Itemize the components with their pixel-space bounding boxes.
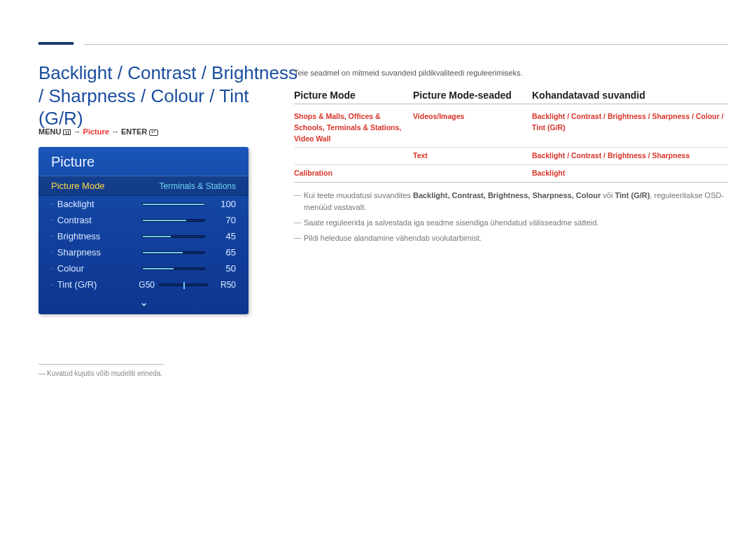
- osd-item-label: Contrast: [57, 215, 127, 225]
- footnote: ―Kuvatud kujutis võib mudeliti erineda.: [38, 370, 162, 377]
- osd-slider-row[interactable]: ·Contrast70: [38, 212, 248, 228]
- osd-tint-slider[interactable]: [159, 283, 208, 286]
- table-divider: [294, 104, 728, 104]
- osd-item-label: Brightness: [57, 231, 127, 241]
- osd-panel: Picture Picture Mode Terminals & Station…: [38, 147, 248, 314]
- osd-picture-mode-label: Picture Mode: [51, 181, 121, 191]
- menu-label: MENU: [38, 127, 61, 136]
- intro-text: Teie seadmel on mitmeid suvandeid pildik…: [294, 69, 728, 77]
- osd-item-value: 65: [212, 247, 236, 258]
- osd-item-label: Sharpness: [57, 247, 127, 258]
- osd-item-value: 100: [212, 199, 236, 209]
- footnote-divider: [38, 364, 164, 365]
- osd-item-value: 70: [212, 215, 236, 225]
- header-accent: [38, 42, 74, 45]
- menu-icon: [63, 129, 71, 135]
- osd-slider-row[interactable]: ·Backlight100: [38, 196, 248, 212]
- header-divider: [84, 44, 728, 45]
- osd-slider[interactable]: [142, 235, 205, 238]
- note-item: Pildi heleduse alandamine vähendab voolu…: [294, 232, 728, 245]
- osd-slider-row[interactable]: ·Colour50: [38, 260, 248, 276]
- table-row: Text Backlight / Contrast / Brightness /…: [294, 148, 728, 164]
- table-header-2: Picture Mode-seaded: [413, 90, 532, 101]
- osd-item-label: Colour: [57, 263, 127, 274]
- osd-tint-r: R50: [212, 280, 236, 290]
- table-header-1: Picture Mode: [294, 90, 413, 101]
- osd-tint-row[interactable]: · Tint (G/R) G50 R50: [38, 276, 248, 293]
- osd-item-value: 50: [212, 263, 236, 274]
- enter-label: ENTER: [121, 127, 147, 136]
- note-item: Kui teete muudatusi suvandites Backlight…: [294, 190, 728, 214]
- osd-item-label: Backlight: [57, 199, 127, 209]
- osd-picture-mode-row[interactable]: Picture Mode Terminals & Stations: [38, 176, 248, 196]
- note-item: Saate reguleerida ja salvestada iga sead…: [294, 217, 728, 230]
- osd-slider[interactable]: [142, 267, 205, 270]
- table-row: Calibration Backlight: [294, 165, 728, 182]
- chevron-down-icon[interactable]: ⌄: [38, 293, 248, 309]
- table-row: Shops & Malls, Offices & Schools, Termin…: [294, 108, 728, 147]
- osd-slider-row[interactable]: ·Sharpness65: [38, 244, 248, 260]
- osd-picture-mode-value: Terminals & Stations: [160, 181, 236, 191]
- osd-slider[interactable]: [142, 251, 205, 254]
- notes-block: Kui teete muudatusi suvandites Backlight…: [294, 190, 728, 244]
- osd-slider[interactable]: [142, 203, 205, 206]
- page-title: Backlight / Contrast / Brightness / Shar…: [38, 62, 298, 130]
- menu-path: MENU → Picture → ENTER: [38, 127, 158, 136]
- osd-tint-label: Tint (G/R): [57, 279, 127, 290]
- osd-slider[interactable]: [142, 219, 205, 222]
- osd-tint-g: G50: [139, 280, 155, 290]
- table-header-3: Kohandatavad suvandid: [532, 90, 728, 101]
- menu-path-picture: Picture: [83, 127, 109, 136]
- osd-title: Picture: [38, 147, 248, 176]
- osd-slider-row[interactable]: ·Brightness45: [38, 228, 248, 244]
- enter-icon: [149, 129, 158, 136]
- osd-item-value: 45: [212, 231, 236, 241]
- table-header: Picture Mode Picture Mode-seaded Kohanda…: [294, 90, 728, 104]
